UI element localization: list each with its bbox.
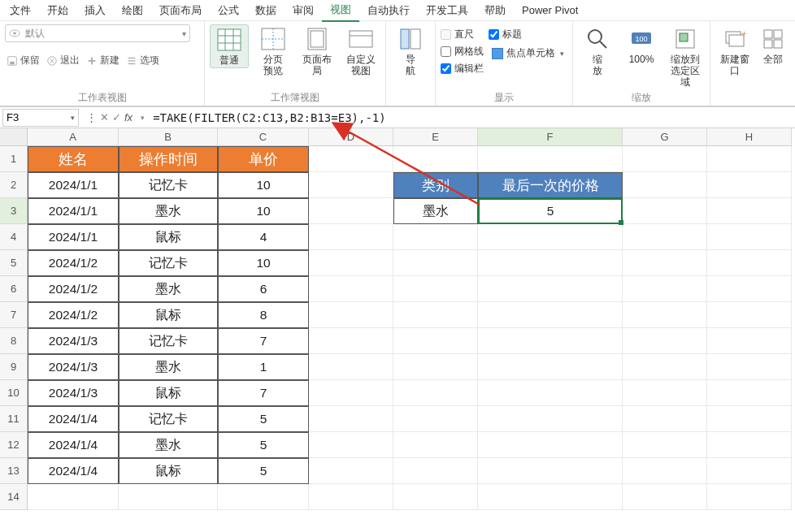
cell-D2[interactable]	[309, 172, 393, 198]
menu-power-pivot[interactable]: Power Pivot	[514, 1, 586, 19]
cell-B10[interactable]: 鼠标	[119, 380, 218, 406]
cell-A2[interactable]: 2024/1/1	[28, 172, 119, 198]
cell-E9[interactable]	[393, 354, 478, 380]
nav-button[interactable]: 导 航	[391, 24, 430, 78]
cell-E6[interactable]	[393, 276, 478, 302]
cell-D3[interactable]	[309, 198, 393, 224]
zoom-button[interactable]: 缩 放	[578, 24, 617, 78]
cell-E13[interactable]	[393, 458, 478, 484]
cell-B1[interactable]: 操作时间	[119, 146, 218, 172]
sheet-view-exit[interactable]: 退出	[45, 52, 81, 69]
cell-F5[interactable]	[478, 250, 623, 276]
spreadsheet-grid[interactable]: A B C D E F G H 1 姓名 操作时间 单价 2 2024/1/1 …	[0, 128, 795, 532]
row-header-4[interactable]: 4	[0, 224, 28, 250]
cell-H7[interactable]	[707, 302, 792, 328]
cell-G13[interactable]	[623, 458, 707, 484]
cell-F9[interactable]	[478, 354, 623, 380]
cell-D4[interactable]	[309, 224, 393, 250]
cell-G3[interactable]	[623, 198, 707, 224]
cell-H9[interactable]	[707, 354, 792, 380]
row-header-1[interactable]: 1	[0, 146, 28, 172]
cell-A1[interactable]: 姓名	[28, 146, 119, 172]
cell-H11[interactable]	[707, 406, 792, 432]
cell-C5[interactable]: 10	[218, 250, 309, 276]
check-gridlines-box[interactable]	[441, 46, 451, 57]
check-formula-bar[interactable]: 编辑栏	[441, 62, 484, 76]
cell-F11[interactable]	[478, 406, 623, 432]
cell-B11[interactable]: 记忆卡	[119, 406, 218, 432]
col-header-D[interactable]: D	[309, 128, 393, 146]
cell-G2[interactable]	[623, 172, 707, 198]
cell-G10[interactable]	[623, 380, 707, 406]
menu-review[interactable]: 审阅	[285, 0, 322, 21]
cell-E10[interactable]	[393, 380, 478, 406]
cell-G1[interactable]	[623, 146, 707, 172]
cell-H4[interactable]	[707, 224, 792, 250]
menu-insert[interactable]: 插入	[76, 0, 114, 21]
cell-G14[interactable]	[623, 484, 707, 510]
cell-H6[interactable]	[707, 276, 792, 302]
select-all-corner[interactable]	[0, 128, 28, 146]
menu-draw[interactable]: 绘图	[114, 0, 151, 21]
row-header-9[interactable]: 9	[0, 354, 28, 380]
cell-B2[interactable]: 记忆卡	[119, 172, 218, 198]
cell-D6[interactable]	[309, 276, 393, 302]
col-header-C[interactable]: C	[218, 128, 309, 146]
focus-cell-button[interactable]: 焦点单元格 ▾	[489, 45, 567, 62]
cell-B8[interactable]: 记忆卡	[119, 328, 218, 354]
col-header-H[interactable]: H	[707, 128, 792, 146]
zoom-to-selection-button[interactable]: 缩放到 选定区域	[666, 24, 705, 89]
menu-help[interactable]: 帮助	[476, 0, 514, 21]
cell-F10[interactable]	[478, 380, 623, 406]
cell-C14[interactable]	[218, 484, 309, 510]
row-header-11[interactable]: 11	[0, 406, 28, 432]
accept-formula-button[interactable]: ✓	[112, 111, 121, 123]
cancel-formula-button[interactable]: ✕	[100, 111, 109, 123]
cell-F13[interactable]	[478, 458, 623, 484]
cell-A9[interactable]: 2024/1/3	[28, 354, 119, 380]
fx-icon[interactable]: fx	[124, 111, 132, 123]
row-header-6[interactable]: 6	[0, 276, 28, 302]
cell-G6[interactable]	[623, 276, 707, 302]
row-header-8[interactable]: 8	[0, 328, 28, 354]
sheet-view-new[interactable]: 新建	[85, 52, 121, 69]
cell-D9[interactable]	[309, 354, 393, 380]
cell-H10[interactable]	[707, 380, 792, 406]
cell-G4[interactable]	[623, 224, 707, 250]
new-window-button[interactable]: + 新建窗口	[715, 24, 754, 78]
cell-H8[interactable]	[707, 328, 792, 354]
cell-C4[interactable]: 4	[218, 224, 309, 250]
cell-C11[interactable]: 5	[218, 406, 309, 432]
menu-view[interactable]: 视图	[322, 0, 359, 22]
cell-G12[interactable]	[623, 432, 707, 458]
cell-E11[interactable]	[393, 406, 478, 432]
cell-D8[interactable]	[309, 328, 393, 354]
check-headings-box[interactable]	[489, 29, 499, 40]
cell-E12[interactable]	[393, 432, 478, 458]
cell-H2[interactable]	[707, 172, 792, 198]
formula-input[interactable]	[150, 109, 795, 127]
menu-dev-tools[interactable]: 开发工具	[418, 0, 476, 21]
cell-E8[interactable]	[393, 328, 478, 354]
col-header-G[interactable]: G	[623, 128, 707, 146]
row-header-10[interactable]: 10	[0, 380, 28, 406]
cell-D5[interactable]	[309, 250, 393, 276]
cell-H1[interactable]	[707, 146, 792, 172]
cell-H12[interactable]	[707, 432, 792, 458]
cell-G9[interactable]	[623, 354, 707, 380]
view-normal-button[interactable]: 普通	[210, 24, 249, 68]
cell-H3[interactable]	[707, 198, 792, 224]
cell-A12[interactable]: 2024/1/4	[28, 432, 119, 458]
cell-H13[interactable]	[707, 458, 792, 484]
menu-home[interactable]: 开始	[39, 0, 76, 21]
cell-C12[interactable]: 5	[218, 432, 309, 458]
sheet-view-options[interactable]: 选项	[124, 52, 161, 69]
check-headings[interactable]: 标题	[489, 28, 567, 41]
cell-D13[interactable]	[309, 458, 393, 484]
menu-formulas[interactable]: 公式	[210, 0, 247, 21]
cell-F6[interactable]	[478, 276, 623, 302]
cell-B7[interactable]: 鼠标	[119, 302, 218, 328]
cell-A10[interactable]: 2024/1/3	[28, 380, 119, 406]
cell-F2[interactable]: 最后一次的价格	[478, 172, 623, 198]
sheet-view-dropdown[interactable]: 默认 ▾	[5, 24, 190, 42]
